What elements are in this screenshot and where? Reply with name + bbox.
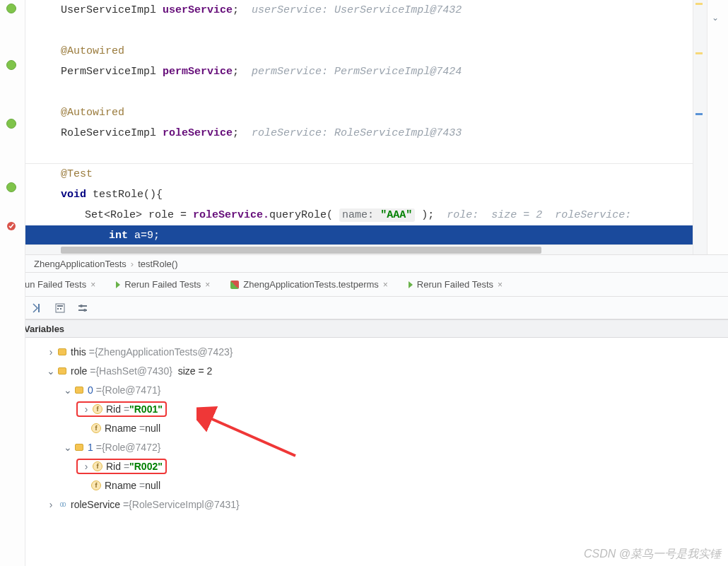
horizontal-scrollbar[interactable] xyxy=(25,244,693,254)
close-icon[interactable]: × xyxy=(498,280,503,290)
close-icon[interactable]: × xyxy=(205,280,210,290)
close-icon[interactable]: × xyxy=(383,280,388,290)
object-icon xyxy=(75,444,83,451)
svg-rect-4 xyxy=(57,308,59,309)
variables-tree: ＋ － ▲ ▼ ⧉ 👓 › this = {ZhengApplicationTe… xyxy=(25,338,728,518)
variable-row[interactable]: ⌄ role = {HashSet@7430} size = 2 xyxy=(33,361,728,380)
expand-toggle[interactable]: › xyxy=(81,461,92,472)
run-icon xyxy=(116,281,120,288)
variable-row[interactable]: ⌄ 1 = {Role@7472} xyxy=(33,437,728,456)
variable-row[interactable]: › f Rid = "R001" xyxy=(33,399,728,418)
code-line: RoleServiceImpl roleService; roleService… xyxy=(25,123,693,143)
field-icon: f xyxy=(91,480,101,490)
field-icon: f xyxy=(93,404,102,414)
svg-rect-3 xyxy=(57,305,63,307)
code-line: @Test xyxy=(25,164,693,184)
link-icon: oo xyxy=(59,500,64,508)
editor-gutter xyxy=(0,0,25,566)
editor-right-gutter: ⌄ xyxy=(707,0,728,254)
calculator-icon[interactable] xyxy=(54,302,66,314)
variable-row[interactable]: ⌄ 0 = {Role@7471} xyxy=(33,380,728,399)
breadcrumb-item[interactable]: testRole() xyxy=(138,259,177,269)
chevron-right-icon: › xyxy=(131,259,134,269)
chevron-down-icon[interactable]: ⌄ xyxy=(712,13,719,23)
code-line xyxy=(25,143,693,164)
close-icon[interactable]: × xyxy=(90,280,95,290)
code-line: void testRole(){ xyxy=(25,184,693,205)
object-icon xyxy=(75,387,83,394)
variables-panel[interactable]: ＋ － ▲ ▼ ⧉ 👓 › this = {ZhengApplicationTe… xyxy=(25,338,728,566)
svg-point-8 xyxy=(80,305,83,307)
debug-tab[interactable]: Rerun Failed Tests× xyxy=(399,273,513,297)
expand-toggle[interactable]: › xyxy=(45,499,57,510)
code-line: @Autowired xyxy=(25,41,693,61)
code-editor[interactable]: UserServiceImpl userService; userService… xyxy=(25,0,693,254)
gutter-run-icon[interactable] xyxy=(4,1,18,16)
breadcrumb: ZhengApplicationTests › testRole() xyxy=(25,254,728,273)
breakpoint-icon[interactable] xyxy=(4,219,18,233)
gutter-run-icon[interactable] xyxy=(4,58,18,72)
variable-row[interactable]: › f Rid = "R002" xyxy=(33,456,728,476)
object-icon xyxy=(58,367,66,375)
current-execution-line: int a=9; xyxy=(25,225,693,246)
field-icon: f xyxy=(93,461,102,471)
gutter-run-icon[interactable] xyxy=(4,117,18,131)
variables-panel-header: Variables xyxy=(0,319,728,338)
code-line xyxy=(25,82,693,102)
watermark: CSDN @菜鸟一号是我实锤 xyxy=(584,547,721,562)
code-line: Set<Role> role = roleService.queryRole( … xyxy=(25,205,693,225)
debug-tab[interactable]: Rerun Failed Tests× xyxy=(106,273,221,297)
collapse-toggle[interactable]: ⌄ xyxy=(62,384,74,396)
run-icon xyxy=(409,281,413,288)
variables-title: Variables xyxy=(24,324,64,334)
code-line: @Autowired xyxy=(25,102,693,123)
code-line: PermServiceImpl permService; permService… xyxy=(25,61,693,82)
variable-row[interactable]: › this = {ZhengApplicationTests@7423} xyxy=(33,342,728,361)
collapse-toggle[interactable]: ⌄ xyxy=(62,442,74,453)
scrollbar-thumb[interactable] xyxy=(61,247,541,254)
debug-session-tabs: Rerun Failed Tests× Rerun Failed Tests× … xyxy=(0,273,728,297)
code-line: UserServiceImpl userService; userService… xyxy=(25,0,693,20)
svg-rect-1 xyxy=(38,304,40,312)
svg-rect-5 xyxy=(60,308,61,309)
svg-point-9 xyxy=(83,309,86,312)
collapse-toggle[interactable]: ⌄ xyxy=(45,365,57,377)
expand-toggle[interactable]: › xyxy=(45,346,57,358)
code-line xyxy=(25,20,693,41)
expand-toggle[interactable]: › xyxy=(81,403,92,415)
debug-toolbar xyxy=(25,297,728,319)
execution-pointer xyxy=(26,225,30,246)
marker-stripe[interactable] xyxy=(693,0,707,254)
step-to-cursor-icon[interactable] xyxy=(31,302,44,314)
variable-row[interactable]: › f Rname = null xyxy=(33,418,728,437)
settings-icon[interactable] xyxy=(76,302,89,314)
variable-row[interactable]: › oo roleService = {RoleServiceImpl@7431… xyxy=(33,495,728,514)
variable-row[interactable]: › f Rname = null xyxy=(33,476,728,495)
breadcrumb-item[interactable]: ZhengApplicationTests xyxy=(34,259,127,269)
test-icon xyxy=(230,281,239,289)
field-icon: f xyxy=(91,423,101,433)
debug-tab[interactable]: ZhengApplicationTests.testperms× xyxy=(221,273,399,297)
gutter-run-icon[interactable] xyxy=(4,180,18,194)
object-icon xyxy=(58,348,66,355)
